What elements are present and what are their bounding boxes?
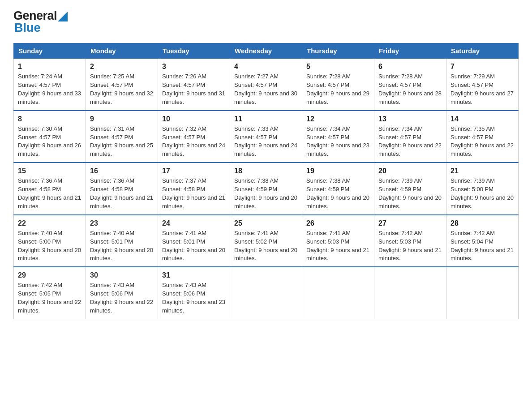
day-info: Sunrise: 7:33 AMSunset: 4:57 PMDaylight:… <box>234 125 297 158</box>
calendar-cell: 13Sunrise: 7:34 AMSunset: 4:57 PMDayligh… <box>374 111 446 163</box>
day-info: Sunrise: 7:31 AMSunset: 4:57 PMDaylight:… <box>90 125 153 158</box>
day-number: 29 <box>18 270 82 280</box>
day-info: Sunrise: 7:40 AMSunset: 5:00 PMDaylight:… <box>18 230 81 262</box>
day-number: 18 <box>234 166 298 176</box>
day-info: Sunrise: 7:36 AMSunset: 4:58 PMDaylight:… <box>90 177 153 210</box>
day-info: Sunrise: 7:26 AMSunset: 4:57 PMDaylight:… <box>162 73 225 105</box>
day-number: 5 <box>306 61 370 72</box>
calendar-cell: 14Sunrise: 7:35 AMSunset: 4:57 PMDayligh… <box>446 111 519 163</box>
day-info: Sunrise: 7:28 AMSunset: 4:57 PMDaylight:… <box>306 73 369 105</box>
day-info: Sunrise: 7:37 AMSunset: 4:58 PMDaylight:… <box>162 177 225 210</box>
day-info: Sunrise: 7:27 AMSunset: 4:57 PMDaylight:… <box>234 73 297 105</box>
calendar-cell: 29Sunrise: 7:42 AMSunset: 5:05 PMDayligh… <box>14 267 86 319</box>
day-info: Sunrise: 7:43 AMSunset: 5:06 PMDaylight:… <box>162 282 225 314</box>
calendar-header: Sunday Monday Tuesday Wednesday Thursday… <box>14 43 519 59</box>
week-row-1: 1Sunrise: 7:24 AMSunset: 4:57 PMDaylight… <box>14 59 519 111</box>
day-info: Sunrise: 7:43 AMSunset: 5:06 PMDaylight:… <box>90 282 153 314</box>
day-number: 31 <box>162 270 226 280</box>
day-info: Sunrise: 7:38 AMSunset: 4:59 PMDaylight:… <box>306 177 369 210</box>
day-number: 2 <box>90 61 154 72</box>
day-info: Sunrise: 7:35 AMSunset: 4:57 PMDaylight:… <box>450 125 514 158</box>
calendar-cell: 3Sunrise: 7:26 AMSunset: 4:57 PMDaylight… <box>158 59 230 111</box>
calendar-cell: 20Sunrise: 7:39 AMSunset: 4:59 PMDayligh… <box>374 163 446 215</box>
calendar-cell: 17Sunrise: 7:37 AMSunset: 4:58 PMDayligh… <box>158 163 230 215</box>
day-number: 14 <box>450 114 514 124</box>
day-number: 8 <box>18 114 82 124</box>
day-number: 13 <box>378 114 442 124</box>
svg-marker-0 <box>58 12 68 21</box>
calendar-cell: 9Sunrise: 7:31 AMSunset: 4:57 PMDaylight… <box>86 111 158 163</box>
calendar-cell: 10Sunrise: 7:32 AMSunset: 4:57 PMDayligh… <box>158 111 230 163</box>
day-info: Sunrise: 7:38 AMSunset: 4:59 PMDaylight:… <box>234 177 297 210</box>
calendar-cell <box>374 267 446 319</box>
calendar-cell: 4Sunrise: 7:27 AMSunset: 4:57 PMDaylight… <box>230 59 302 111</box>
day-number: 9 <box>90 114 154 124</box>
header: General Blue <box>13 9 519 35</box>
calendar-cell: 15Sunrise: 7:36 AMSunset: 4:58 PMDayligh… <box>14 163 86 215</box>
day-info: Sunrise: 7:41 AMSunset: 5:03 PMDaylight:… <box>306 230 369 262</box>
day-number: 1 <box>18 61 82 72</box>
logo-arrow-icon <box>58 12 68 21</box>
day-info: Sunrise: 7:41 AMSunset: 5:02 PMDaylight:… <box>234 230 297 262</box>
day-number: 28 <box>450 218 514 228</box>
day-info: Sunrise: 7:36 AMSunset: 4:58 PMDaylight:… <box>18 177 81 210</box>
calendar-cell: 18Sunrise: 7:38 AMSunset: 4:59 PMDayligh… <box>230 163 302 215</box>
calendar-cell: 28Sunrise: 7:42 AMSunset: 5:04 PMDayligh… <box>446 215 519 267</box>
calendar-cell: 8Sunrise: 7:30 AMSunset: 4:57 PMDaylight… <box>14 111 86 163</box>
day-info: Sunrise: 7:42 AMSunset: 5:04 PMDaylight:… <box>450 230 514 262</box>
day-info: Sunrise: 7:34 AMSunset: 4:57 PMDaylight:… <box>306 125 369 158</box>
calendar-cell: 31Sunrise: 7:43 AMSunset: 5:06 PMDayligh… <box>158 267 230 319</box>
calendar-cell <box>230 267 302 319</box>
calendar-cell: 7Sunrise: 7:29 AMSunset: 4:57 PMDaylight… <box>446 59 519 111</box>
col-friday: Friday <box>374 43 446 59</box>
calendar-cell: 27Sunrise: 7:42 AMSunset: 5:03 PMDayligh… <box>374 215 446 267</box>
col-wednesday: Wednesday <box>230 43 302 59</box>
week-row-5: 29Sunrise: 7:42 AMSunset: 5:05 PMDayligh… <box>14 267 519 319</box>
page-wrapper: General Blue Sunday Monday Tuesday Wedne… <box>0 0 532 333</box>
logo-blue-text: Blue <box>14 21 41 34</box>
calendar-cell: 25Sunrise: 7:41 AMSunset: 5:02 PMDayligh… <box>230 215 302 267</box>
calendar-cell: 2Sunrise: 7:25 AMSunset: 4:57 PMDaylight… <box>86 59 158 111</box>
calendar-cell <box>446 267 519 319</box>
col-monday: Monday <box>86 43 158 59</box>
day-number: 19 <box>306 166 370 176</box>
day-number: 16 <box>90 166 154 176</box>
col-tuesday: Tuesday <box>158 43 230 59</box>
day-info: Sunrise: 7:29 AMSunset: 4:57 PMDaylight:… <box>450 73 514 105</box>
day-info: Sunrise: 7:40 AMSunset: 5:01 PMDaylight:… <box>90 230 153 262</box>
calendar-cell: 1Sunrise: 7:24 AMSunset: 4:57 PMDaylight… <box>14 59 86 111</box>
day-info: Sunrise: 7:42 AMSunset: 5:03 PMDaylight:… <box>378 230 442 262</box>
col-saturday: Saturday <box>446 43 519 59</box>
day-info: Sunrise: 7:32 AMSunset: 4:57 PMDaylight:… <box>162 125 225 158</box>
week-row-3: 15Sunrise: 7:36 AMSunset: 4:58 PMDayligh… <box>14 163 519 215</box>
calendar-cell: 19Sunrise: 7:38 AMSunset: 4:59 PMDayligh… <box>302 163 374 215</box>
calendar-cell: 12Sunrise: 7:34 AMSunset: 4:57 PMDayligh… <box>302 111 374 163</box>
logo: General Blue <box>13 9 68 35</box>
calendar-cell <box>302 267 374 319</box>
day-number: 20 <box>378 166 442 176</box>
day-number: 25 <box>234 218 298 228</box>
calendar-cell: 5Sunrise: 7:28 AMSunset: 4:57 PMDaylight… <box>302 59 374 111</box>
calendar-cell: 16Sunrise: 7:36 AMSunset: 4:58 PMDayligh… <box>86 163 158 215</box>
calendar-cell: 26Sunrise: 7:41 AMSunset: 5:03 PMDayligh… <box>302 215 374 267</box>
day-number: 6 <box>378 61 442 72</box>
day-number: 3 <box>162 61 226 72</box>
day-info: Sunrise: 7:34 AMSunset: 4:57 PMDaylight:… <box>378 125 442 158</box>
day-number: 22 <box>18 218 82 228</box>
day-number: 30 <box>90 270 154 280</box>
calendar-cell: 21Sunrise: 7:39 AMSunset: 5:00 PMDayligh… <box>446 163 519 215</box>
col-thursday: Thursday <box>302 43 374 59</box>
calendar-cell: 30Sunrise: 7:43 AMSunset: 5:06 PMDayligh… <box>86 267 158 319</box>
calendar-cell: 22Sunrise: 7:40 AMSunset: 5:00 PMDayligh… <box>14 215 86 267</box>
day-number: 10 <box>162 114 226 124</box>
day-number: 11 <box>234 114 298 124</box>
day-number: 12 <box>306 114 370 124</box>
day-info: Sunrise: 7:42 AMSunset: 5:05 PMDaylight:… <box>18 282 81 314</box>
day-info: Sunrise: 7:30 AMSunset: 4:57 PMDaylight:… <box>18 125 81 158</box>
day-info: Sunrise: 7:24 AMSunset: 4:57 PMDaylight:… <box>18 73 81 105</box>
week-row-2: 8Sunrise: 7:30 AMSunset: 4:57 PMDaylight… <box>14 111 519 163</box>
day-info: Sunrise: 7:28 AMSunset: 4:57 PMDaylight:… <box>378 73 442 105</box>
day-info: Sunrise: 7:39 AMSunset: 4:59 PMDaylight:… <box>378 177 442 210</box>
day-number: 26 <box>306 218 370 228</box>
day-number: 15 <box>18 166 82 176</box>
